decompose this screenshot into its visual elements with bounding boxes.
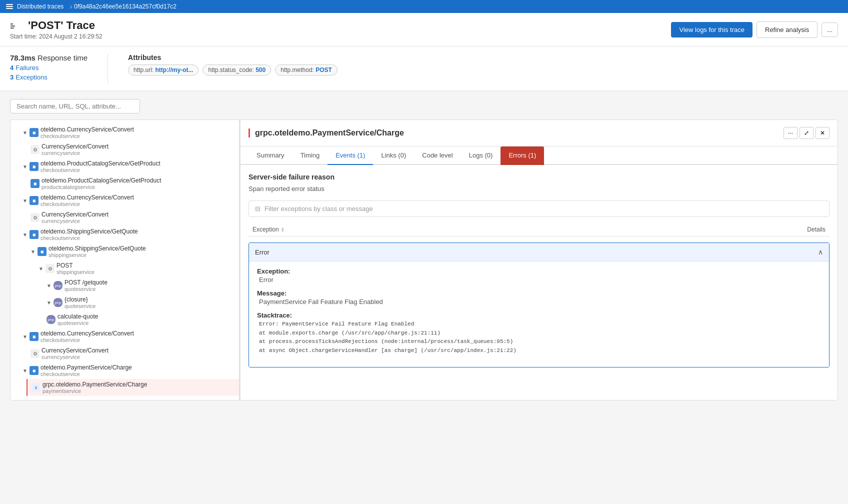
- tree-item[interactable]: ⚙ CurrencyService/Convert currencyservic…: [26, 345, 239, 362]
- attr-chip-url: http.url: http://my-ot...: [128, 64, 198, 76]
- db-icon: ◼: [30, 128, 38, 137]
- exception-detail: Exception: Error Message: PaymentService…: [249, 261, 829, 367]
- tree-item[interactable]: ▼ ◼ oteldemo.CurrencyService/Convert che…: [18, 192, 239, 209]
- trace-title-text: 'POST' Trace: [28, 19, 95, 32]
- tree-item[interactable]: ◼ oteldemo.ProductCatalogService/GetProd…: [26, 175, 239, 192]
- detail-tabs: Summary Timing Events (1) Links (0) Code…: [240, 146, 838, 165]
- split-pane: ▼ ◼ oteldemo.CurrencyService/Convert che…: [10, 120, 838, 400]
- exceptions-link[interactable]: 3 Exceptions: [10, 74, 88, 81]
- breadcrumb-parent[interactable]: Distributed traces: [17, 3, 68, 10]
- tab-code[interactable]: Code level: [414, 146, 460, 165]
- detail-expand-button[interactable]: ⤢: [800, 127, 814, 139]
- tree-item[interactable]: ▼ ◼ oteldemo.ShippingService/GetQuote sh…: [26, 243, 239, 260]
- search-input[interactable]: [10, 99, 140, 114]
- more-actions-button[interactable]: ...: [822, 22, 838, 37]
- db-icon: ◼: [30, 162, 38, 171]
- exceptions-count: 3: [10, 74, 14, 81]
- detail-header-actions: ··· ⤢ ✕: [784, 127, 830, 139]
- gear-icon: ⚙: [30, 145, 40, 154]
- detail-close-button[interactable]: ✕: [816, 127, 830, 139]
- svg-rect-1: [10, 26, 15, 26]
- exception-label: Error: [255, 248, 270, 256]
- gear-icon: ⚙: [46, 264, 54, 273]
- tab-logs[interactable]: Logs (0): [461, 146, 501, 165]
- tree-item[interactable]: php calculate-quote quoteservice: [42, 311, 239, 328]
- exception-type-label: Exception:: [257, 268, 821, 275]
- header-actions: View logs for this trace Refine analysis…: [671, 22, 838, 38]
- exception-col-header: Exception ⇕: [248, 223, 599, 236]
- attributes-chips: http.url: http://my-ot... http.status_co…: [128, 64, 338, 76]
- tree-item[interactable]: ▼ php {closure} quoteservice: [42, 294, 239, 311]
- trace-icon: [10, 20, 24, 30]
- exception-type-field: Exception: Error: [257, 268, 821, 284]
- failures-count: 4: [10, 64, 14, 72]
- tree-item[interactable]: ⚙ CurrencyService/Convert currencyservic…: [26, 209, 239, 226]
- tree-item[interactable]: ▼ ⚙ POST shippingservice: [34, 260, 239, 277]
- detail-more-button[interactable]: ···: [784, 127, 798, 139]
- expand-icon: ▼: [22, 334, 28, 340]
- svg-rect-2: [10, 28, 14, 28]
- page-title: 'POST' Trace: [10, 19, 102, 32]
- failures-link[interactable]: 4 Failures: [10, 64, 88, 72]
- failure-section-heading: Server-side failure reason: [248, 173, 830, 181]
- expand-icon: ▼: [46, 300, 52, 306]
- tree-item[interactable]: ▼ ◼ oteldemo.ProductCatalogService/GetPr…: [18, 158, 239, 175]
- breadcrumb-separator: ›: [70, 2, 72, 10]
- response-time-block: 78.3ms Response time 4 Failures 3 Except…: [10, 54, 88, 81]
- tab-summary[interactable]: Summary: [248, 146, 292, 165]
- filter-placeholder: Filter exceptions by class or message: [264, 205, 373, 212]
- tree-item[interactable]: ▼ ◼ oteldemo.PaymentService/Charge check…: [18, 362, 239, 379]
- db-icon: ◼: [38, 247, 46, 256]
- trace-tree[interactable]: ▼ ◼ oteldemo.CurrencyService/Convert che…: [10, 120, 240, 400]
- tree-item[interactable]: ▼ php POST /getquote quoteservice: [42, 277, 239, 294]
- breadcrumb-parent-label: Distributed traces: [17, 3, 64, 10]
- exception-message-label: Message:: [257, 290, 821, 297]
- gear-icon: ⚙: [30, 349, 40, 358]
- view-logs-button[interactable]: View logs for this trace: [671, 22, 752, 38]
- exception-message-value: PaymentService Fail Feature Flag Enabled: [257, 298, 821, 306]
- exception-stacktrace-text: Error: PaymentService Fail Feature Flag …: [257, 320, 821, 355]
- db-icon: ◼: [30, 179, 40, 188]
- tab-errors[interactable]: Errors (1): [500, 146, 544, 165]
- db-icon: ◼: [30, 196, 38, 205]
- php-icon: php: [54, 298, 62, 307]
- trace-title-block: 'POST' Trace Start time: 2024 August 2 1…: [10, 19, 102, 40]
- attr-chip-method: http.method: POST: [275, 64, 338, 76]
- tab-events[interactable]: Events (1): [328, 146, 373, 165]
- breadcrumb-current-label: 0f9a48a2c46ee5e16134a257cf0d17c2: [74, 3, 176, 10]
- tree-item[interactable]: ▼ ◼ oteldemo.CurrencyService/Convert che…: [18, 328, 239, 345]
- php-icon: php: [46, 315, 56, 324]
- tree-item[interactable]: ▼ ◼ oteldemo.ShippingService/GetQuote ch…: [18, 226, 239, 243]
- vertical-divider: [108, 54, 108, 84]
- breadcrumb-bar: Distributed traces › 0f9a48a2c46ee5e1613…: [0, 0, 848, 13]
- exception-message-field: Message: PaymentService Fail Feature Fla…: [257, 290, 821, 306]
- php-icon: php: [54, 281, 62, 290]
- exception-type-value: Error: [257, 276, 821, 284]
- response-time-value: 78.3ms Response time: [10, 54, 88, 62]
- details-col-header: Details: [599, 223, 830, 236]
- exception-row-header[interactable]: Error ∧: [249, 243, 829, 261]
- tree-item[interactable]: ⚙ CurrencyService/Convert currencyservic…: [26, 141, 239, 158]
- tab-timing[interactable]: Timing: [292, 146, 328, 165]
- tree-item[interactable]: ▼ ◼ oteldemo.CurrencyService/Convert che…: [18, 124, 239, 141]
- refine-analysis-button[interactable]: Refine analysis: [756, 22, 818, 38]
- exception-expand-icon: ∧: [818, 248, 823, 256]
- metrics-bar: 78.3ms Response time 4 Failures 3 Except…: [0, 46, 848, 91]
- db-icon: ◼: [30, 332, 38, 341]
- exception-filter[interactable]: ⊟ Filter exceptions by class or message: [248, 200, 830, 217]
- tab-links[interactable]: Links (0): [373, 146, 414, 165]
- tree-item-selected[interactable]: $ grpc.oteldemo.PaymentService/Charge pa…: [26, 379, 239, 396]
- page-header: 'POST' Trace Start time: 2024 August 2 1…: [0, 13, 848, 46]
- expand-icon: ▼: [30, 249, 36, 254]
- attributes-section: Attributes http.url: http://my-ot... htt…: [128, 54, 338, 76]
- exception-stacktrace-label: Stacktrace:: [257, 312, 821, 319]
- sort-icon: ⇕: [280, 227, 284, 232]
- db-icon: ◼: [30, 230, 38, 239]
- detail-pane: grpc.oteldemo.PaymentService/Charge ··· …: [240, 120, 838, 400]
- failure-detail: Span reported error status: [248, 185, 830, 192]
- menu-icon[interactable]: [6, 4, 13, 9]
- attr-chip-status: http.status_code: 500: [202, 64, 271, 76]
- expand-icon: ▼: [46, 283, 52, 288]
- exception-row[interactable]: Error ∧ Exception: Error Message: Paymen…: [248, 242, 830, 368]
- exception-table: Exception ⇕ Details: [248, 223, 830, 236]
